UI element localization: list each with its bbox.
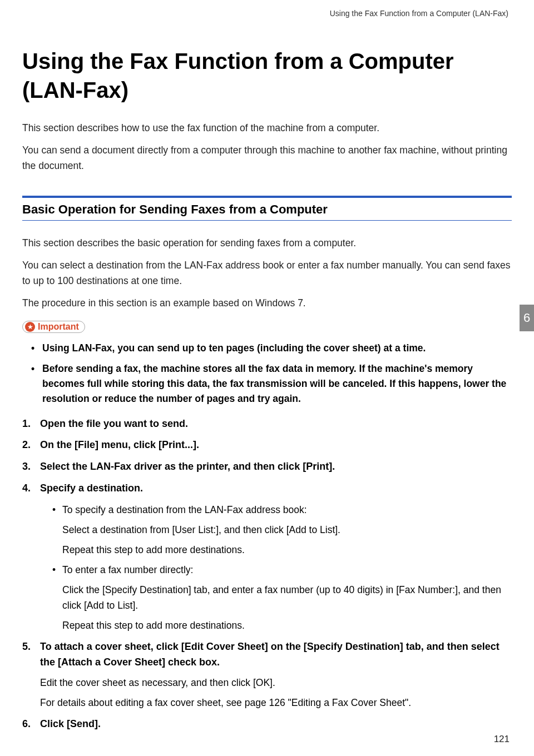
- step-text: Open the file you want to send.: [40, 418, 188, 429]
- intro-paragraph-1: This section describes how to use the fa…: [22, 120, 512, 136]
- step-4: Specify a destination. To specify a dest…: [22, 480, 512, 633]
- step-3: Select the LAN-Fax driver as the printer…: [22, 459, 512, 475]
- important-bullet-1: Using LAN-Fax, you can send up to ten pa…: [31, 341, 512, 356]
- step-detail: For details about editing a fax cover sh…: [40, 695, 512, 710]
- star-icon: ★: [25, 322, 35, 332]
- important-label: Important: [38, 322, 79, 332]
- section-paragraph-2: You can select a destination from the LA…: [22, 257, 512, 289]
- step-4-sublist: To specify a destination from the LAN-Fa…: [52, 502, 512, 633]
- step-5: To attach a cover sheet, click [Edit Cov…: [22, 639, 512, 711]
- sub-lead: To enter a fax number directly:: [62, 564, 193, 575]
- step-2: On the [File] menu, click [Print...].: [22, 437, 512, 453]
- important-bullets: Using LAN-Fax, you can send up to ten pa…: [31, 341, 512, 407]
- step-text: On the [File] menu, click [Print...].: [40, 439, 199, 450]
- running-head: Using the Fax Function from a Computer (…: [22, 9, 508, 18]
- step-text: Specify a destination.: [40, 483, 143, 494]
- sub-lead: To specify a destination from the LAN-Fa…: [62, 504, 307, 515]
- sub-detail: Repeat this step to add more destination…: [62, 542, 512, 558]
- step-text: Select the LAN-Fax driver as the printer…: [40, 461, 335, 472]
- page-title: Using the Fax Function from a Computer (…: [22, 47, 512, 105]
- page-number: 121: [494, 734, 510, 745]
- important-badge: ★ Important: [22, 321, 85, 333]
- intro-paragraph-2: You can send a document directly from a …: [22, 142, 512, 173]
- sub-bullet-2: To enter a fax number directly: Click th…: [52, 562, 512, 633]
- section-paragraph-3: The procedure in this section is an exam…: [22, 295, 512, 311]
- sub-bullet-1: To specify a destination from the LAN-Fa…: [52, 502, 512, 558]
- step-text: To attach a cover sheet, click [Edit Cov…: [40, 641, 500, 668]
- section-paragraph-1: This section describes the basic operati…: [22, 235, 512, 251]
- steps-list: Open the file you want to send. On the […: [22, 416, 512, 733]
- chapter-tab: 6: [520, 305, 534, 331]
- step-detail: Edit the cover sheet as necessary, and t…: [40, 675, 512, 690]
- step-text: Click [Send].: [40, 718, 101, 729]
- sub-detail: Select a destination from [User List:], …: [62, 522, 512, 538]
- step-1: Open the file you want to send.: [22, 416, 512, 432]
- sub-detail: Repeat this step to add more destination…: [62, 618, 512, 633]
- sub-detail: Click the [Specify Destination] tab, and…: [62, 582, 512, 613]
- important-bullet-2: Before sending a fax, the machine stores…: [31, 361, 512, 406]
- section-heading: Basic Operation for Sending Faxes from a…: [22, 196, 512, 221]
- step-6: Click [Send].: [22, 716, 512, 732]
